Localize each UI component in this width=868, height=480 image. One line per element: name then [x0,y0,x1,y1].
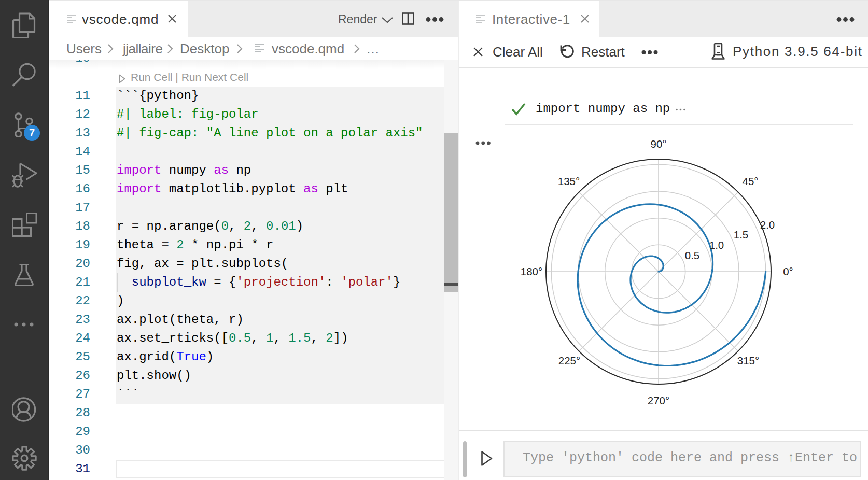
svg-text:1.5: 1.5 [734,229,749,241]
svg-text:315°: 315° [737,355,759,366]
svg-text:2.0: 2.0 [760,219,775,231]
svg-text:225°: 225° [558,355,580,366]
svg-text:0.5: 0.5 [685,249,700,261]
svg-text:90°: 90° [650,138,666,150]
svg-text:135°: 135° [558,175,580,187]
svg-text:0°: 0° [783,265,793,277]
svg-text:1.0: 1.0 [709,239,724,251]
svg-text:45°: 45° [742,175,758,187]
svg-text:180°: 180° [521,265,542,277]
svg-text:270°: 270° [648,394,669,406]
